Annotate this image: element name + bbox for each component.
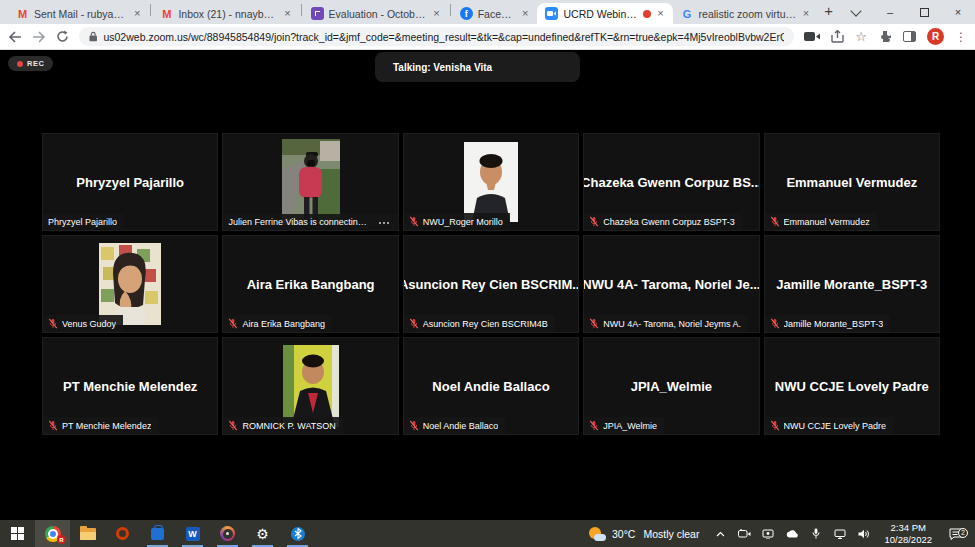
participant-tile[interactable]: ROMNICK P. WATSON (222, 337, 398, 435)
participant-tile[interactable]: Aira Erika Bangbang Aira Erika Bangbang (222, 235, 398, 333)
participant-tile[interactable]: Chazeka Gwenn Corpuz BS... Chazeka Gwenn… (583, 133, 759, 231)
gear-icon: ⚙ (256, 527, 269, 541)
windows-logo-icon (11, 527, 24, 540)
tray-camera-icon[interactable] (733, 529, 755, 538)
mic-muted-icon (409, 216, 419, 227)
more-options-icon[interactable] (379, 221, 391, 224)
participant-tile[interactable]: NWU 4A- Taroma, Noriel Je... NWU 4A- Tar… (583, 235, 759, 333)
tray-onedrive-cloud-icon[interactable] (781, 530, 803, 538)
minimize-button[interactable]: – (873, 0, 907, 24)
tab-evaluation[interactable]: Evaluation - October 2... × (303, 3, 449, 24)
tab-inbox[interactable]: M Inbox (21) - nnaybursu... × (152, 3, 299, 24)
participant-tile[interactable]: Noel Andie Ballaco Noel Andie Ballaco (403, 337, 579, 435)
window-controls: – × (839, 0, 975, 24)
address-bar-icons: ☆ R ⋮ (804, 28, 967, 45)
participant-label: Jamille Morante_BSPT-3 (765, 315, 891, 332)
mic-muted-icon (770, 216, 780, 227)
weather-condition: Mostly clear (643, 528, 699, 540)
close-icon[interactable]: × (283, 8, 291, 19)
close-icon[interactable]: × (133, 8, 141, 19)
weather-sun-cloud-icon (588, 526, 606, 542)
google-forms-icon (311, 7, 324, 20)
clock-date: 10/28/2022 (884, 534, 932, 546)
mic-muted-icon (409, 318, 419, 329)
address-bar: us02web.zoom.us/wc/88945854849/join?trac… (0, 24, 975, 50)
tab-search-chevron-icon[interactable] (839, 0, 873, 24)
participant-tile[interactable]: NWU_Roger Morillo (403, 133, 579, 231)
talking-text: Talking: Venisha Vita (393, 62, 492, 73)
chrome-profile-badge: R (57, 535, 66, 544)
participant-tile[interactable]: NWU CCJE Lovely Padre NWU CCJE Lovely Pa… (764, 337, 940, 435)
participant-tile[interactable]: Asuncion Rey Cien BSCRIM... Asuncion Rey… (403, 235, 579, 333)
mic-muted-icon (770, 318, 780, 329)
url-text: us02web.zoom.us/wc/88945854849/join?trac… (103, 31, 784, 43)
share-icon[interactable] (831, 30, 844, 43)
profile-avatar[interactable]: R (927, 28, 944, 45)
facebook-icon: f (460, 7, 473, 20)
taskbar-chrome[interactable]: R (35, 520, 70, 547)
participant-label: Venus Gudoy (43, 315, 123, 332)
extensions-puzzle-icon[interactable] (878, 30, 892, 44)
mic-muted-icon (228, 420, 238, 431)
taskbar-word[interactable]: W (175, 520, 210, 547)
tab-facebook[interactable]: f Facebook × (452, 3, 538, 24)
participant-tile[interactable]: Julien Ferrine Vibas is connecting to a.… (222, 133, 398, 231)
close-icon[interactable]: × (656, 8, 664, 19)
participant-label: Chazeka Gwenn Corpuz BSPT-3 (584, 213, 742, 230)
zoom-icon (545, 7, 558, 20)
folder-icon (80, 528, 96, 540)
tab-label: Inbox (21) - nnaybursu... (178, 8, 278, 20)
participant-tile[interactable]: Jamille Morante_BSPT-3 Jamille Morante_B… (764, 235, 940, 333)
close-icon[interactable]: × (521, 8, 529, 19)
weather-widget[interactable]: 30°C Mostly clear (580, 526, 707, 542)
tray-network-icon[interactable] (829, 529, 851, 539)
taskbar-file-explorer[interactable] (70, 520, 105, 547)
side-panel-icon[interactable] (903, 31, 916, 42)
participant-tile[interactable]: Phryzyel Pajarillo Phryzyel Pajarillo (42, 133, 218, 231)
taskbar-settings[interactable]: ⚙ (245, 520, 280, 547)
close-icon[interactable]: × (802, 8, 810, 19)
tab-separator (301, 4, 302, 16)
maximize-button[interactable] (907, 0, 941, 24)
notification-center-button[interactable]: 2 (941, 528, 971, 540)
tab-recording-icon (643, 10, 651, 18)
word-icon: W (186, 527, 200, 541)
tray-speaker-icon[interactable] (853, 529, 875, 539)
tab-ucrd-webinar-active[interactable]: UCRD Webinar Se × (537, 3, 672, 24)
mic-muted-icon (589, 216, 599, 227)
tab-separator (150, 4, 151, 16)
participant-tile[interactable]: JPIA_Welmie JPIA_Welmie (583, 337, 759, 435)
video-camera-icon[interactable] (804, 31, 820, 42)
tray-microphone-icon[interactable] (805, 528, 827, 539)
back-icon[interactable] (8, 31, 22, 43)
weather-temp: 30°C (612, 528, 635, 540)
browser-menu-icon[interactable]: ⋮ (955, 30, 967, 44)
participant-tile[interactable]: Emmanuel Vermudez Emmanuel Vermudez (764, 133, 940, 231)
tray-chevron-up-icon[interactable] (709, 531, 731, 537)
url-input[interactable]: us02web.zoom.us/wc/88945854849/join?trac… (79, 27, 794, 46)
reload-icon[interactable] (56, 30, 69, 43)
google-icon: G (681, 7, 694, 20)
close-icon[interactable]: × (432, 8, 440, 19)
new-tab-button[interactable]: + (824, 2, 833, 19)
forward-icon[interactable] (32, 31, 46, 43)
taskbar-recorder[interactable] (210, 520, 245, 547)
taskbar-office[interactable] (105, 520, 140, 547)
start-button[interactable] (0, 520, 35, 547)
recording-dot-icon (17, 61, 23, 67)
bookmark-star-icon[interactable]: ☆ (855, 29, 867, 44)
taskbar-bluetooth[interactable] (280, 520, 315, 547)
participant-tile[interactable]: PT Menchie Melendez PT Menchie Melendez (42, 337, 218, 435)
taskbar-store[interactable] (140, 520, 175, 547)
participant-tile[interactable]: Venus Gudoy (42, 235, 218, 333)
participant-label: PT Menchie Melendez (43, 417, 158, 434)
tray-cast-icon[interactable] (757, 529, 779, 539)
tab-label: Evaluation - October 2... (329, 8, 428, 20)
participant-grid: Phryzyel Pajarillo Phryzyel Pajarillo (42, 133, 940, 435)
close-window-button[interactable]: × (941, 0, 975, 24)
tab-sent-mail[interactable]: M Sent Mail - rubyann.s... × (8, 3, 149, 24)
recording-label: REC (27, 59, 44, 68)
tab-google-search[interactable]: G realistic zoom virtual b... × (673, 3, 819, 24)
taskbar-clock[interactable]: 2:34 PM 10/28/2022 (877, 522, 939, 546)
mic-muted-icon (770, 420, 780, 431)
